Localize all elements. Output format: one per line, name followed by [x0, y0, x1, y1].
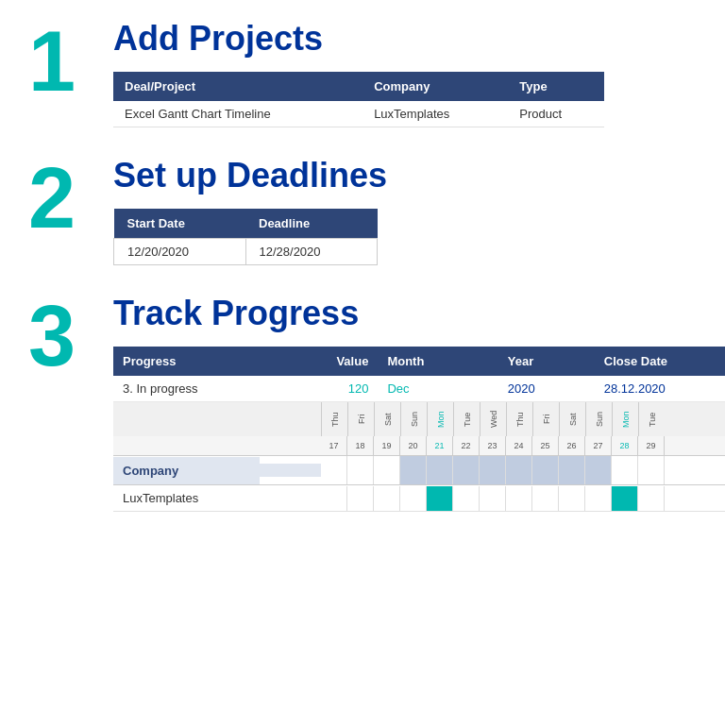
gantt-bar-cell — [506, 456, 532, 484]
gantt-day-number: 26 — [559, 436, 585, 455]
progress-row: 3. In progress 120 Dec 2020 28.12.2020 — [113, 376, 725, 402]
section-number-1: 1 — [28, 19, 94, 104]
gantt-day-name: Sat — [374, 402, 400, 436]
col-start-date: Start Date — [114, 209, 246, 239]
gantt-day-number: 21 — [427, 436, 453, 455]
gantt-bar-cell — [453, 456, 480, 484]
table-row: Excel Gantt Chart TimelineLuxTemplatesPr… — [113, 101, 604, 127]
gantt-day-name: Sun — [585, 402, 612, 436]
col-value-header: Value — [300, 347, 379, 376]
gantt-bar-cell — [612, 456, 638, 484]
gantt-lux-cell — [532, 486, 559, 511]
gantt-lux-cell — [585, 486, 612, 511]
gantt-day-number: 29 — [638, 436, 665, 455]
gantt-company-row: Company — [113, 455, 725, 485]
section-3: 3 Track Progress Progress Value Month Ye… — [28, 294, 697, 512]
gantt-day-name: Wed — [480, 402, 506, 436]
table-cell: 12/28/2020 — [245, 239, 378, 265]
gantt-day-number: 25 — [532, 436, 559, 455]
table-cell: Excel Gantt Chart Timeline — [113, 101, 362, 127]
gantt-bar-cell — [638, 456, 665, 484]
gantt-lux-cell — [321, 486, 347, 511]
gantt-day-number: 20 — [400, 436, 427, 455]
col-company: Company — [362, 72, 508, 101]
gantt-day-names-row: ThuFriSatSunMonTueWedThuFriSatSunMonTue — [113, 402, 725, 436]
section-2-content: Set up Deadlines Start Date Deadline 12/… — [113, 156, 697, 265]
gantt-day-name: Sat — [559, 402, 585, 436]
gantt-lux-cell — [374, 486, 400, 511]
company-label: Company — [113, 457, 260, 484]
gantt-chart: ThuFriSatSunMonTueWedThuFriSatSunMonTue1… — [113, 402, 725, 512]
gantt-bar-cell — [347, 456, 374, 484]
closedate-cell: 28.12.2020 — [595, 376, 725, 402]
gantt-lux-cell — [347, 486, 374, 511]
gantt-bar-cell — [427, 456, 453, 484]
section-1: 1 Add Projects Deal/Project Company Type… — [28, 19, 697, 127]
page-wrapper: 1 Add Projects Deal/Project Company Type… — [0, 0, 725, 559]
gantt-day-number: 28 — [612, 436, 638, 455]
gantt-lux-cell — [559, 486, 585, 511]
gantt-lux-cell — [453, 486, 480, 511]
gantt-day-name: Fri — [532, 402, 559, 436]
gantt-day-number: 22 — [453, 436, 480, 455]
gantt-day-number: 19 — [374, 436, 400, 455]
section-1-title: Add Projects — [113, 19, 697, 59]
gantt-day-number: 23 — [480, 436, 506, 455]
gantt-day-number: 17 — [321, 436, 347, 455]
section-3-wrapper: Progress Value Month Year Close Date 3. … — [113, 347, 725, 512]
col-deal-project: Deal/Project — [113, 72, 362, 101]
lux-label: LuxTemplates — [113, 485, 260, 511]
section-number-3: 3 — [28, 294, 94, 379]
gantt-lux-row: LuxTemplates — [113, 485, 725, 512]
gantt-lux-cell — [612, 486, 638, 511]
progress-table: Progress Value Month Year Close Date 3. … — [113, 347, 725, 402]
gantt-day-name: Tue — [453, 402, 480, 436]
gantt-lux-cell — [480, 486, 506, 511]
gantt-day-name: Mon — [427, 402, 453, 436]
col-deadline: Deadline — [245, 209, 378, 239]
gantt-lux-cell — [427, 486, 453, 511]
gantt-day-number: 18 — [347, 436, 374, 455]
section-3-content: Track Progress Progress Value Month Year… — [113, 294, 725, 512]
table-row: 12/20/202012/28/2020 — [114, 239, 378, 265]
gantt-lux-cell — [506, 486, 532, 511]
deadlines-table: Start Date Deadline 12/20/202012/28/2020 — [113, 209, 378, 265]
gantt-day-numbers-row: 17181920212223242526272829 — [113, 436, 725, 455]
gantt-day-name: Thu — [506, 402, 532, 436]
gantt-bar-cell — [400, 456, 427, 484]
col-type: Type — [508, 72, 604, 101]
table-cell: LuxTemplates — [362, 101, 508, 127]
month-cell: Dec — [378, 376, 497, 402]
progress-value: 3. In progress — [113, 376, 300, 402]
section-number-2: 2 — [28, 156, 94, 241]
table-cell: Product — [508, 101, 604, 127]
section-3-title: Track Progress — [113, 294, 725, 333]
gantt-bar-cell — [374, 456, 400, 484]
table-cell: 12/20/2020 — [114, 239, 246, 265]
section-1-content: Add Projects Deal/Project Company Type E… — [113, 19, 697, 127]
gantt-day-name: Thu — [321, 402, 347, 436]
col-month-header: Month — [378, 347, 497, 376]
gantt-bar-cell — [321, 456, 347, 484]
gantt-bar-cell — [559, 456, 585, 484]
gantt-lux-cell — [400, 486, 427, 511]
col-year-header: Year — [498, 347, 595, 376]
gantt-day-name: Fri — [347, 402, 374, 436]
year-cell: 2020 — [498, 376, 595, 402]
projects-table: Deal/Project Company Type Excel Gantt Ch… — [113, 72, 604, 127]
value-cell: 120 — [300, 376, 379, 402]
gantt-day-name: Sun — [400, 402, 427, 436]
gantt-day-number: 27 — [585, 436, 612, 455]
gantt-bar-cell — [480, 456, 506, 484]
gantt-lux-cell — [638, 486, 665, 511]
gantt-day-number: 24 — [506, 436, 532, 455]
section-2-title: Set up Deadlines — [113, 156, 697, 195]
gantt-day-name: Mon — [612, 402, 638, 436]
gantt-day-name: Tue — [638, 402, 665, 436]
gantt-bar-cell — [585, 456, 612, 484]
section-2: 2 Set up Deadlines Start Date Deadline 1… — [28, 156, 697, 265]
gantt-bar-cell — [532, 456, 559, 484]
col-progress-header: Progress — [113, 347, 300, 376]
col-closedate-header: Close Date — [595, 347, 725, 376]
